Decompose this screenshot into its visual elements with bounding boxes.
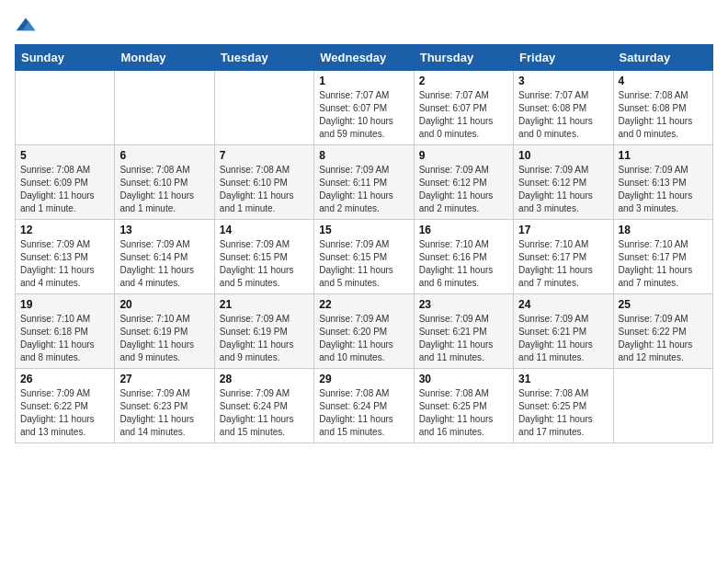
- day-cell: 26Sunrise: 7:09 AM Sunset: 6:22 PM Dayli…: [16, 369, 115, 443]
- week-row-4: 19Sunrise: 7:10 AM Sunset: 6:18 PM Dayli…: [16, 294, 713, 369]
- day-number: 30: [419, 373, 508, 385]
- calendar-table: SundayMondayTuesdayWednesdayThursdayFrid…: [15, 44, 713, 443]
- day-cell: 23Sunrise: 7:09 AM Sunset: 6:21 PM Dayli…: [414, 294, 513, 369]
- day-cell: 13Sunrise: 7:09 AM Sunset: 6:14 PM Dayli…: [115, 220, 214, 294]
- day-number: 18: [619, 224, 708, 236]
- day-info: Sunrise: 7:10 AM Sunset: 6:17 PM Dayligh…: [619, 238, 708, 290]
- day-info: Sunrise: 7:09 AM Sunset: 6:22 PM Dayligh…: [20, 387, 109, 439]
- day-number: 2: [419, 75, 508, 87]
- weekday-header-tuesday: Tuesday: [214, 45, 313, 71]
- day-info: Sunrise: 7:07 AM Sunset: 6:07 PM Dayligh…: [319, 89, 408, 141]
- day-cell: [613, 369, 712, 443]
- day-number: 16: [419, 224, 508, 236]
- day-cell: [16, 71, 115, 145]
- day-info: Sunrise: 7:10 AM Sunset: 6:17 PM Dayligh…: [518, 238, 608, 290]
- day-info: Sunrise: 7:09 AM Sunset: 6:23 PM Dayligh…: [119, 387, 209, 439]
- day-cell: 14Sunrise: 7:09 AM Sunset: 6:15 PM Dayli…: [214, 220, 313, 294]
- day-cell: 19Sunrise: 7:10 AM Sunset: 6:18 PM Dayli…: [16, 294, 115, 369]
- day-info: Sunrise: 7:08 AM Sunset: 6:25 PM Dayligh…: [518, 387, 608, 439]
- page-header: [15, 15, 713, 37]
- day-info: Sunrise: 7:08 AM Sunset: 6:10 PM Dayligh…: [220, 164, 309, 215]
- day-cell: 3Sunrise: 7:07 AM Sunset: 6:08 PM Daylig…: [514, 71, 613, 145]
- day-number: 28: [220, 373, 309, 385]
- day-info: Sunrise: 7:08 AM Sunset: 6:24 PM Dayligh…: [319, 387, 408, 439]
- day-cell: 29Sunrise: 7:08 AM Sunset: 6:24 PM Dayli…: [314, 369, 414, 443]
- day-cell: 17Sunrise: 7:10 AM Sunset: 6:17 PM Dayli…: [514, 220, 613, 294]
- day-number: 17: [518, 224, 608, 236]
- day-cell: 5Sunrise: 7:08 AM Sunset: 6:09 PM Daylig…: [16, 145, 115, 220]
- day-info: Sunrise: 7:09 AM Sunset: 6:15 PM Dayligh…: [220, 238, 309, 290]
- day-cell: 7Sunrise: 7:08 AM Sunset: 6:10 PM Daylig…: [214, 145, 313, 220]
- day-info: Sunrise: 7:09 AM Sunset: 6:20 PM Dayligh…: [319, 313, 408, 364]
- day-info: Sunrise: 7:08 AM Sunset: 6:09 PM Dayligh…: [20, 164, 109, 215]
- logo: [15, 15, 40, 37]
- weekday-header-monday: Monday: [115, 45, 214, 71]
- day-info: Sunrise: 7:07 AM Sunset: 6:08 PM Dayligh…: [518, 89, 608, 141]
- day-info: Sunrise: 7:09 AM Sunset: 6:21 PM Dayligh…: [419, 313, 508, 364]
- day-number: 19: [20, 298, 109, 311]
- week-row-1: 1Sunrise: 7:07 AM Sunset: 6:07 PM Daylig…: [16, 71, 713, 145]
- day-info: Sunrise: 7:08 AM Sunset: 6:25 PM Dayligh…: [419, 387, 508, 439]
- day-number: 26: [20, 373, 109, 385]
- day-info: Sunrise: 7:09 AM Sunset: 6:12 PM Dayligh…: [419, 164, 508, 215]
- day-cell: 28Sunrise: 7:09 AM Sunset: 6:24 PM Dayli…: [214, 369, 313, 443]
- day-info: Sunrise: 7:08 AM Sunset: 6:10 PM Dayligh…: [119, 164, 209, 215]
- day-info: Sunrise: 7:07 AM Sunset: 6:07 PM Dayligh…: [419, 89, 508, 141]
- day-number: 9: [419, 149, 508, 162]
- day-number: 12: [20, 224, 109, 236]
- day-cell: 25Sunrise: 7:09 AM Sunset: 6:22 PM Dayli…: [613, 294, 712, 369]
- day-info: Sunrise: 7:09 AM Sunset: 6:12 PM Dayligh…: [518, 164, 608, 215]
- day-number: 27: [119, 373, 209, 385]
- day-number: 10: [518, 149, 608, 162]
- day-number: 4: [619, 75, 708, 87]
- day-number: 20: [119, 298, 209, 311]
- day-info: Sunrise: 7:10 AM Sunset: 6:18 PM Dayligh…: [20, 313, 109, 364]
- day-cell: 21Sunrise: 7:09 AM Sunset: 6:19 PM Dayli…: [214, 294, 313, 369]
- day-number: 22: [319, 298, 408, 311]
- day-number: 31: [518, 373, 608, 385]
- day-cell: [214, 71, 313, 145]
- day-number: 29: [319, 373, 408, 385]
- day-cell: 6Sunrise: 7:08 AM Sunset: 6:10 PM Daylig…: [115, 145, 214, 220]
- weekday-header-saturday: Saturday: [613, 45, 712, 71]
- day-cell: 9Sunrise: 7:09 AM Sunset: 6:12 PM Daylig…: [414, 145, 513, 220]
- day-info: Sunrise: 7:10 AM Sunset: 6:19 PM Dayligh…: [119, 313, 209, 364]
- day-number: 25: [619, 298, 708, 311]
- day-cell: 2Sunrise: 7:07 AM Sunset: 6:07 PM Daylig…: [414, 71, 513, 145]
- logo-icon: [15, 15, 37, 37]
- day-cell: 27Sunrise: 7:09 AM Sunset: 6:23 PM Dayli…: [115, 369, 214, 443]
- day-info: Sunrise: 7:08 AM Sunset: 6:08 PM Dayligh…: [619, 89, 708, 141]
- weekday-header-friday: Friday: [514, 45, 613, 71]
- day-info: Sunrise: 7:09 AM Sunset: 6:11 PM Dayligh…: [319, 164, 408, 215]
- day-number: 23: [419, 298, 508, 311]
- day-number: 5: [20, 149, 109, 162]
- day-cell: 1Sunrise: 7:07 AM Sunset: 6:07 PM Daylig…: [314, 71, 414, 145]
- day-cell: 16Sunrise: 7:10 AM Sunset: 6:16 PM Dayli…: [414, 220, 513, 294]
- day-cell: 24Sunrise: 7:09 AM Sunset: 6:21 PM Dayli…: [514, 294, 613, 369]
- week-row-5: 26Sunrise: 7:09 AM Sunset: 6:22 PM Dayli…: [16, 369, 713, 443]
- day-info: Sunrise: 7:09 AM Sunset: 6:24 PM Dayligh…: [220, 387, 309, 439]
- day-info: Sunrise: 7:10 AM Sunset: 6:16 PM Dayligh…: [419, 238, 508, 290]
- day-cell: 18Sunrise: 7:10 AM Sunset: 6:17 PM Dayli…: [613, 220, 712, 294]
- day-number: 15: [319, 224, 408, 236]
- day-number: 8: [319, 149, 408, 162]
- day-cell: 30Sunrise: 7:08 AM Sunset: 6:25 PM Dayli…: [414, 369, 513, 443]
- day-cell: 4Sunrise: 7:08 AM Sunset: 6:08 PM Daylig…: [613, 71, 712, 145]
- week-row-3: 12Sunrise: 7:09 AM Sunset: 6:13 PM Dayli…: [16, 220, 713, 294]
- day-cell: [115, 71, 214, 145]
- day-cell: 22Sunrise: 7:09 AM Sunset: 6:20 PM Dayli…: [314, 294, 414, 369]
- weekday-header-thursday: Thursday: [414, 45, 513, 71]
- week-row-2: 5Sunrise: 7:08 AM Sunset: 6:09 PM Daylig…: [16, 145, 713, 220]
- weekday-header-sunday: Sunday: [16, 45, 115, 71]
- day-number: 24: [518, 298, 608, 311]
- weekday-header-row: SundayMondayTuesdayWednesdayThursdayFrid…: [16, 45, 713, 71]
- day-number: 11: [619, 149, 708, 162]
- day-cell: 31Sunrise: 7:08 AM Sunset: 6:25 PM Dayli…: [514, 369, 613, 443]
- day-number: 6: [119, 149, 209, 162]
- day-info: Sunrise: 7:09 AM Sunset: 6:13 PM Dayligh…: [619, 164, 708, 215]
- day-cell: 12Sunrise: 7:09 AM Sunset: 6:13 PM Dayli…: [16, 220, 115, 294]
- day-number: 1: [319, 75, 408, 87]
- day-info: Sunrise: 7:09 AM Sunset: 6:14 PM Dayligh…: [119, 238, 209, 290]
- day-info: Sunrise: 7:09 AM Sunset: 6:19 PM Dayligh…: [220, 313, 309, 364]
- day-number: 13: [119, 224, 209, 236]
